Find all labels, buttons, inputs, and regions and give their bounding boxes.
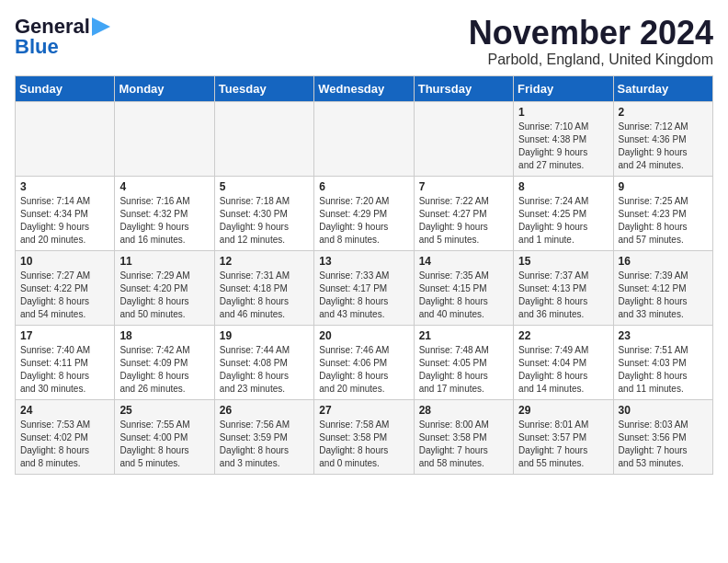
calendar-cell: 19Sunrise: 7:44 AM Sunset: 4:08 PM Dayli… xyxy=(214,325,313,399)
page-header: General Blue November 2024 Parbold, Engl… xyxy=(15,15,713,68)
day-info: Sunrise: 7:44 AM Sunset: 4:08 PM Dayligh… xyxy=(220,344,309,396)
day-info: Sunrise: 7:51 AM Sunset: 4:03 PM Dayligh… xyxy=(619,344,708,396)
calendar-cell: 10Sunrise: 7:27 AM Sunset: 4:22 PM Dayli… xyxy=(16,250,115,325)
calendar-cell: 27Sunrise: 7:58 AM Sunset: 3:58 PM Dayli… xyxy=(314,399,414,474)
calendar-cell: 5Sunrise: 7:18 AM Sunset: 4:30 PM Daylig… xyxy=(214,176,313,250)
logo: General Blue xyxy=(15,15,110,59)
day-info: Sunrise: 7:33 AM Sunset: 4:17 PM Dayligh… xyxy=(319,270,408,321)
day-number: 17 xyxy=(20,329,109,342)
day-info: Sunrise: 7:24 AM Sunset: 4:25 PM Dayligh… xyxy=(518,195,608,247)
weekday-header-row: SundayMondayTuesdayWednesdayThursdayFrid… xyxy=(16,75,713,101)
calendar-cell: 25Sunrise: 7:55 AM Sunset: 4:00 PM Dayli… xyxy=(115,399,214,474)
calendar-cell: 13Sunrise: 7:33 AM Sunset: 4:17 PM Dayli… xyxy=(314,250,414,325)
logo-text-blue: Blue xyxy=(15,35,59,59)
day-info: Sunrise: 7:55 AM Sunset: 4:00 PM Dayligh… xyxy=(119,419,209,470)
day-info: Sunrise: 7:25 AM Sunset: 4:23 PM Dayligh… xyxy=(619,195,708,247)
day-info: Sunrise: 7:56 AM Sunset: 3:59 PM Dayligh… xyxy=(220,419,309,470)
day-number: 4 xyxy=(119,180,209,193)
day-info: Sunrise: 7:35 AM Sunset: 4:15 PM Dayligh… xyxy=(419,270,508,321)
weekday-header-saturday: Saturday xyxy=(613,75,712,101)
weekday-header-friday: Friday xyxy=(514,75,613,101)
calendar-cell: 8Sunrise: 7:24 AM Sunset: 4:25 PM Daylig… xyxy=(514,176,613,250)
day-number: 16 xyxy=(619,255,708,268)
day-info: Sunrise: 7:53 AM Sunset: 4:02 PM Dayligh… xyxy=(20,419,109,470)
day-number: 10 xyxy=(20,255,109,268)
calendar-cell: 12Sunrise: 7:31 AM Sunset: 4:18 PM Dayli… xyxy=(214,250,313,325)
calendar-week-4: 17Sunrise: 7:40 AM Sunset: 4:11 PM Dayli… xyxy=(16,325,713,399)
day-number: 15 xyxy=(518,255,608,268)
day-number: 12 xyxy=(220,255,309,268)
day-info: Sunrise: 7:12 AM Sunset: 4:36 PM Dayligh… xyxy=(619,121,708,172)
calendar-week-5: 24Sunrise: 7:53 AM Sunset: 4:02 PM Dayli… xyxy=(16,399,713,474)
day-number: 8 xyxy=(518,180,608,193)
calendar-cell: 6Sunrise: 7:20 AM Sunset: 4:29 PM Daylig… xyxy=(314,176,414,250)
day-number: 1 xyxy=(518,106,608,119)
calendar-cell xyxy=(115,101,214,176)
svg-marker-0 xyxy=(92,17,110,36)
day-info: Sunrise: 7:49 AM Sunset: 4:04 PM Dayligh… xyxy=(518,344,608,396)
day-info: Sunrise: 7:14 AM Sunset: 4:34 PM Dayligh… xyxy=(20,195,109,247)
calendar-cell: 21Sunrise: 7:48 AM Sunset: 4:05 PM Dayli… xyxy=(414,325,513,399)
day-number: 27 xyxy=(319,404,408,417)
calendar-week-2: 3Sunrise: 7:14 AM Sunset: 4:34 PM Daylig… xyxy=(16,176,713,250)
calendar-week-1: 1Sunrise: 7:10 AM Sunset: 4:38 PM Daylig… xyxy=(16,101,713,176)
calendar-body: 1Sunrise: 7:10 AM Sunset: 4:38 PM Daylig… xyxy=(16,101,713,474)
day-info: Sunrise: 7:37 AM Sunset: 4:13 PM Dayligh… xyxy=(518,270,608,321)
day-info: Sunrise: 7:46 AM Sunset: 4:06 PM Dayligh… xyxy=(319,344,408,396)
weekday-header-tuesday: Tuesday xyxy=(214,75,313,101)
day-number: 6 xyxy=(319,180,408,193)
calendar-cell xyxy=(414,101,513,176)
calendar-cell: 11Sunrise: 7:29 AM Sunset: 4:20 PM Dayli… xyxy=(115,250,214,325)
day-info: Sunrise: 7:22 AM Sunset: 4:27 PM Dayligh… xyxy=(419,195,508,247)
day-number: 13 xyxy=(319,255,408,268)
day-number: 22 xyxy=(518,329,608,342)
day-info: Sunrise: 7:39 AM Sunset: 4:12 PM Dayligh… xyxy=(619,270,708,321)
day-number: 19 xyxy=(220,329,309,342)
calendar-cell: 20Sunrise: 7:46 AM Sunset: 4:06 PM Dayli… xyxy=(314,325,414,399)
day-info: Sunrise: 7:29 AM Sunset: 4:20 PM Dayligh… xyxy=(119,270,209,321)
day-info: Sunrise: 7:20 AM Sunset: 4:29 PM Dayligh… xyxy=(319,195,408,247)
calendar-cell: 18Sunrise: 7:42 AM Sunset: 4:09 PM Dayli… xyxy=(115,325,214,399)
day-number: 5 xyxy=(220,180,309,193)
day-info: Sunrise: 7:10 AM Sunset: 4:38 PM Dayligh… xyxy=(518,121,608,172)
day-number: 30 xyxy=(619,404,708,417)
day-info: Sunrise: 7:58 AM Sunset: 3:58 PM Dayligh… xyxy=(319,419,408,470)
month-title: November 2024 xyxy=(469,15,713,52)
calendar-cell: 29Sunrise: 8:01 AM Sunset: 3:57 PM Dayli… xyxy=(514,399,613,474)
day-info: Sunrise: 8:00 AM Sunset: 3:58 PM Dayligh… xyxy=(419,419,508,470)
title-block: November 2024 Parbold, England, United K… xyxy=(469,15,713,68)
calendar-cell: 17Sunrise: 7:40 AM Sunset: 4:11 PM Dayli… xyxy=(16,325,115,399)
calendar-cell: 16Sunrise: 7:39 AM Sunset: 4:12 PM Dayli… xyxy=(613,250,712,325)
logo-arrow-icon xyxy=(92,17,110,36)
day-info: Sunrise: 7:27 AM Sunset: 4:22 PM Dayligh… xyxy=(20,270,109,321)
calendar-cell xyxy=(214,101,313,176)
calendar-cell: 24Sunrise: 7:53 AM Sunset: 4:02 PM Dayli… xyxy=(16,399,115,474)
day-number: 9 xyxy=(619,180,708,193)
day-info: Sunrise: 7:40 AM Sunset: 4:11 PM Dayligh… xyxy=(20,344,109,396)
location-text: Parbold, England, United Kingdom xyxy=(469,52,713,68)
day-number: 18 xyxy=(119,329,209,342)
weekday-header-sunday: Sunday xyxy=(16,75,115,101)
day-info: Sunrise: 8:03 AM Sunset: 3:56 PM Dayligh… xyxy=(619,419,708,470)
weekday-header-thursday: Thursday xyxy=(414,75,513,101)
day-info: Sunrise: 7:16 AM Sunset: 4:32 PM Dayligh… xyxy=(119,195,209,247)
calendar-cell: 28Sunrise: 8:00 AM Sunset: 3:58 PM Dayli… xyxy=(414,399,513,474)
weekday-header-wednesday: Wednesday xyxy=(314,75,414,101)
day-number: 20 xyxy=(319,329,408,342)
calendar-cell: 22Sunrise: 7:49 AM Sunset: 4:04 PM Dayli… xyxy=(514,325,613,399)
calendar-table: SundayMondayTuesdayWednesdayThursdayFrid… xyxy=(15,75,713,475)
calendar-cell xyxy=(16,101,115,176)
calendar-week-3: 10Sunrise: 7:27 AM Sunset: 4:22 PM Dayli… xyxy=(16,250,713,325)
calendar-cell: 26Sunrise: 7:56 AM Sunset: 3:59 PM Dayli… xyxy=(214,399,313,474)
calendar-cell: 7Sunrise: 7:22 AM Sunset: 4:27 PM Daylig… xyxy=(414,176,513,250)
day-number: 14 xyxy=(419,255,508,268)
calendar-cell: 23Sunrise: 7:51 AM Sunset: 4:03 PM Dayli… xyxy=(613,325,712,399)
calendar-cell xyxy=(314,101,414,176)
day-number: 29 xyxy=(518,404,608,417)
calendar-cell: 30Sunrise: 8:03 AM Sunset: 3:56 PM Dayli… xyxy=(613,399,712,474)
calendar-header: SundayMondayTuesdayWednesdayThursdayFrid… xyxy=(16,75,713,101)
day-info: Sunrise: 7:48 AM Sunset: 4:05 PM Dayligh… xyxy=(419,344,508,396)
day-number: 28 xyxy=(419,404,508,417)
day-info: Sunrise: 7:42 AM Sunset: 4:09 PM Dayligh… xyxy=(119,344,209,396)
day-number: 21 xyxy=(419,329,508,342)
